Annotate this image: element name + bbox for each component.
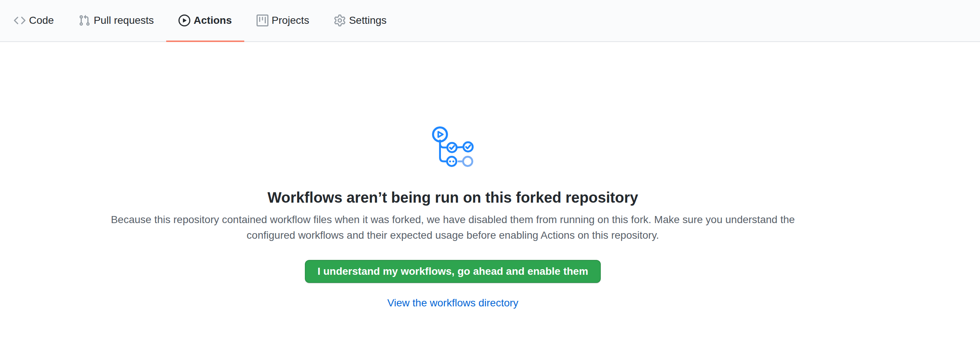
blankslate-description: Because this repository contained workfl… [103,212,802,243]
enable-workflows-button[interactable]: I understand my workflows, go ahead and … [305,260,601,283]
tab-pull-requests[interactable]: Pull requests [66,0,166,42]
project-icon [256,14,269,26]
workflows-directory-link[interactable]: View the workflows directory [387,297,519,309]
tab-label: Projects [272,15,309,25]
repo-tab-nav: Code Pull requests Actions Projects Sett… [0,0,980,42]
git-pull-request-icon [78,14,90,26]
tab-code[interactable]: Code [2,0,66,42]
tab-settings[interactable]: Settings [321,0,399,42]
blankslate-title: Workflows aren’t being run on this forke… [0,188,906,207]
play-circle-icon [178,14,190,26]
workflow-illustration-icon [432,126,474,167]
tab-label: Code [29,15,54,25]
tab-label: Pull requests [94,15,154,25]
tab-actions[interactable]: Actions [166,0,244,42]
code-icon [14,14,25,26]
tab-label: Actions [194,15,232,25]
gear-icon [334,14,346,26]
actions-blankslate: Workflows aren’t being run on this forke… [0,42,906,309]
tab-projects[interactable]: Projects [244,0,321,42]
tab-label: Settings [349,15,387,25]
